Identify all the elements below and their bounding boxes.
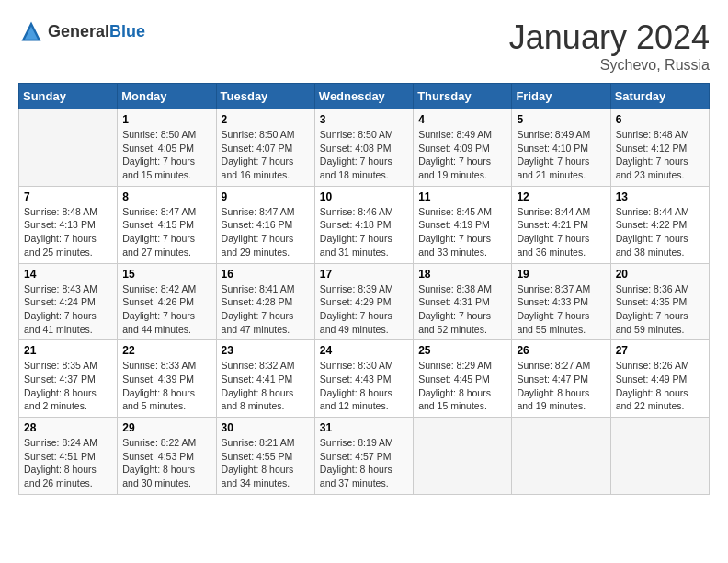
day-info: Sunrise: 8:35 AMSunset: 4:37 PMDaylight:…	[24, 359, 112, 413]
calendar-cell: 9Sunrise: 8:47 AMSunset: 4:16 PMDaylight…	[216, 186, 314, 263]
calendar-cell: 18Sunrise: 8:38 AMSunset: 4:31 PMDayligh…	[414, 263, 512, 340]
day-number: 30	[222, 421, 310, 434]
day-number: 23	[222, 344, 310, 357]
day-info: Sunrise: 8:44 AMSunset: 4:22 PMDaylight:…	[616, 205, 704, 259]
day-number: 8	[122, 190, 210, 203]
calendar-week-row: 14Sunrise: 8:43 AMSunset: 4:24 PMDayligh…	[19, 263, 710, 340]
calendar-cell: 17Sunrise: 8:39 AMSunset: 4:29 PMDayligh…	[314, 263, 413, 340]
day-info: Sunrise: 8:47 AMSunset: 4:15 PMDaylight:…	[122, 205, 210, 259]
day-number: 29	[122, 421, 210, 434]
day-info: Sunrise: 8:47 AMSunset: 4:16 PMDaylight:…	[222, 205, 310, 259]
day-number: 28	[24, 421, 112, 434]
day-number: 12	[517, 190, 605, 203]
calendar-cell: 27Sunrise: 8:26 AMSunset: 4:49 PMDayligh…	[610, 340, 709, 418]
day-info: Sunrise: 8:24 AMSunset: 4:51 PMDaylight:…	[24, 436, 112, 490]
day-info: Sunrise: 8:33 AMSunset: 4:39 PMDaylight:…	[122, 359, 210, 413]
day-info: Sunrise: 8:49 AMSunset: 4:09 PMDaylight:…	[418, 128, 506, 182]
day-number: 24	[320, 344, 408, 357]
logo: GeneralBlue	[18, 18, 145, 44]
day-info: Sunrise: 8:50 AMSunset: 4:07 PMDaylight:…	[222, 128, 310, 182]
day-info: Sunrise: 8:37 AMSunset: 4:33 PMDaylight:…	[517, 282, 605, 337]
calendar-cell: 7Sunrise: 8:48 AMSunset: 4:13 PMDaylight…	[19, 186, 118, 263]
day-info: Sunrise: 8:49 AMSunset: 4:10 PMDaylight:…	[517, 128, 605, 182]
calendar-cell: 5Sunrise: 8:49 AMSunset: 4:10 PMDaylight…	[512, 109, 610, 187]
calendar-week-row: 7Sunrise: 8:48 AMSunset: 4:13 PMDaylight…	[19, 186, 710, 263]
day-number: 11	[418, 190, 506, 203]
calendar-cell: 23Sunrise: 8:32 AMSunset: 4:41 PMDayligh…	[216, 340, 314, 418]
calendar-cell	[610, 418, 709, 495]
day-info: Sunrise: 8:48 AMSunset: 4:13 PMDaylight:…	[24, 205, 112, 259]
day-info: Sunrise: 8:27 AMSunset: 4:47 PMDaylight:…	[517, 359, 605, 413]
day-info: Sunrise: 8:29 AMSunset: 4:45 PMDaylight:…	[418, 359, 506, 413]
day-info: Sunrise: 8:50 AMSunset: 4:08 PMDaylight:…	[320, 128, 408, 182]
calendar-cell: 30Sunrise: 8:21 AMSunset: 4:55 PMDayligh…	[216, 418, 314, 495]
calendar-cell: 15Sunrise: 8:42 AMSunset: 4:26 PMDayligh…	[118, 263, 216, 340]
day-number: 7	[24, 190, 112, 203]
logo-text-general: General	[48, 22, 109, 40]
calendar-cell: 13Sunrise: 8:44 AMSunset: 4:22 PMDayligh…	[610, 186, 709, 263]
calendar-cell: 4Sunrise: 8:49 AMSunset: 4:09 PMDaylight…	[414, 109, 512, 187]
day-number: 21	[24, 344, 112, 357]
day-number: 1	[122, 113, 210, 126]
day-number: 22	[122, 344, 210, 357]
day-number: 19	[517, 268, 605, 281]
day-info: Sunrise: 8:39 AMSunset: 4:29 PMDaylight:…	[320, 282, 408, 337]
day-number: 16	[222, 268, 310, 281]
calendar-table: SundayMondayTuesdayWednesdayThursdayFrid…	[18, 83, 710, 495]
calendar-cell: 14Sunrise: 8:43 AMSunset: 4:24 PMDayligh…	[19, 263, 118, 340]
calendar-cell: 3Sunrise: 8:50 AMSunset: 4:08 PMDaylight…	[314, 109, 413, 187]
calendar-cell: 12Sunrise: 8:44 AMSunset: 4:21 PMDayligh…	[512, 186, 610, 263]
calendar-week-row: 28Sunrise: 8:24 AMSunset: 4:51 PMDayligh…	[19, 418, 710, 495]
day-info: Sunrise: 8:50 AMSunset: 4:05 PMDaylight:…	[122, 128, 210, 182]
calendar-cell: 20Sunrise: 8:36 AMSunset: 4:35 PMDayligh…	[610, 263, 709, 340]
calendar-cell: 11Sunrise: 8:45 AMSunset: 4:19 PMDayligh…	[414, 186, 512, 263]
calendar-cell: 26Sunrise: 8:27 AMSunset: 4:47 PMDayligh…	[512, 340, 610, 418]
calendar-cell: 28Sunrise: 8:24 AMSunset: 4:51 PMDayligh…	[19, 418, 118, 495]
day-number: 18	[418, 268, 506, 281]
calendar-cell: 10Sunrise: 8:46 AMSunset: 4:18 PMDayligh…	[314, 186, 413, 263]
calendar-cell: 22Sunrise: 8:33 AMSunset: 4:39 PMDayligh…	[118, 340, 216, 418]
calendar-cell	[19, 109, 118, 187]
calendar-cell: 16Sunrise: 8:41 AMSunset: 4:28 PMDayligh…	[216, 263, 314, 340]
calendar-cell: 31Sunrise: 8:19 AMSunset: 4:57 PMDayligh…	[314, 418, 413, 495]
day-number: 20	[616, 268, 704, 281]
day-number: 9	[222, 190, 310, 203]
day-info: Sunrise: 8:36 AMSunset: 4:35 PMDaylight:…	[616, 282, 704, 337]
calendar-cell: 24Sunrise: 8:30 AMSunset: 4:43 PMDayligh…	[314, 340, 413, 418]
day-info: Sunrise: 8:26 AMSunset: 4:49 PMDaylight:…	[616, 359, 704, 413]
day-info: Sunrise: 8:44 AMSunset: 4:21 PMDaylight:…	[517, 205, 605, 259]
title-block: January 2024 Sychevo, Russia	[509, 18, 710, 74]
day-info: Sunrise: 8:30 AMSunset: 4:43 PMDaylight:…	[320, 359, 408, 413]
calendar-cell: 8Sunrise: 8:47 AMSunset: 4:15 PMDaylight…	[118, 186, 216, 263]
calendar-cell: 21Sunrise: 8:35 AMSunset: 4:37 PMDayligh…	[19, 340, 118, 418]
day-info: Sunrise: 8:32 AMSunset: 4:41 PMDaylight:…	[222, 359, 310, 413]
calendar-cell: 2Sunrise: 8:50 AMSunset: 4:07 PMDaylight…	[216, 109, 314, 187]
weekday-header-cell: Tuesday	[216, 84, 314, 109]
calendar-cell: 25Sunrise: 8:29 AMSunset: 4:45 PMDayligh…	[414, 340, 512, 418]
calendar-cell: 29Sunrise: 8:22 AMSunset: 4:53 PMDayligh…	[118, 418, 216, 495]
day-info: Sunrise: 8:19 AMSunset: 4:57 PMDaylight:…	[320, 436, 408, 490]
calendar-week-row: 21Sunrise: 8:35 AMSunset: 4:37 PMDayligh…	[19, 340, 710, 418]
day-number: 4	[418, 113, 506, 126]
weekday-header-cell: Monday	[118, 84, 216, 109]
day-number: 6	[616, 113, 704, 126]
day-number: 10	[320, 190, 408, 203]
calendar-subtitle: Sychevo, Russia	[509, 57, 710, 74]
day-number: 26	[517, 344, 605, 357]
day-number: 17	[320, 268, 408, 281]
day-info: Sunrise: 8:22 AMSunset: 4:53 PMDaylight:…	[122, 436, 210, 490]
calendar-week-row: 1Sunrise: 8:50 AMSunset: 4:05 PMDaylight…	[19, 109, 710, 187]
day-number: 5	[517, 113, 605, 126]
calendar-cell	[512, 418, 610, 495]
day-info: Sunrise: 8:38 AMSunset: 4:31 PMDaylight:…	[418, 282, 506, 337]
calendar-cell	[414, 418, 512, 495]
day-number: 15	[122, 268, 210, 281]
day-info: Sunrise: 8:42 AMSunset: 4:26 PMDaylight:…	[122, 282, 210, 337]
day-number: 13	[616, 190, 704, 203]
weekday-header-cell: Sunday	[19, 84, 118, 109]
day-info: Sunrise: 8:41 AMSunset: 4:28 PMDaylight:…	[222, 282, 310, 337]
day-number: 25	[418, 344, 506, 357]
page-header: GeneralBlue January 2024 Sychevo, Russia	[18, 18, 710, 74]
day-info: Sunrise: 8:48 AMSunset: 4:12 PMDaylight:…	[616, 128, 704, 182]
day-number: 27	[616, 344, 704, 357]
